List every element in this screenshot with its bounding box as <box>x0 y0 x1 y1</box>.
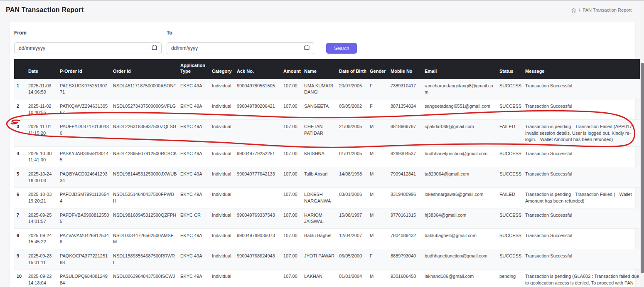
cell-name: LAKHAN <box>304 270 339 287</box>
report-card: From dd/mm/yyyy To dd/mm/yyyy <box>10 22 635 287</box>
cell-p-order-id: PAUFFYDL87470130430 <box>60 120 113 147</box>
cell-gender: M <box>370 146 391 167</box>
col-application-type: Application Type <box>180 59 212 79</box>
cell-order-id: NSDL42895507812500RCBCK <box>113 146 180 167</box>
cell-application-type: EKYC 49A <box>180 270 212 287</box>
cell-ack-no <box>237 120 283 147</box>
col-message: Message <box>525 59 643 79</box>
from-date-input[interactable]: dd/mm/yyyy <box>14 42 162 54</box>
cell-category: Individual <box>212 249 237 269</box>
cell-message: Transaction Successful <box>525 208 643 228</box>
table-row: 10 2025-09-22 14:18:04 PASULOPQ684881249… <box>14 270 643 287</box>
cell-ack-no <box>237 270 283 287</box>
cell-amount: 107.00 <box>283 188 304 208</box>
cell-name: UMA KUMARI DANGI <box>304 79 339 99</box>
cell-category: Individual <box>212 79 237 99</box>
cell-name: LOKESH NARGANWA <box>304 188 339 208</box>
cell-order-id: NSDL98168945312500QZFPH <box>113 208 180 228</box>
cell-mobile: 7909412841 <box>391 167 425 188</box>
cell-dob: 01/01/2004 <box>339 270 370 287</box>
cell-email: ta829064@gmail.com <box>425 167 499 188</box>
cell-category: Individual <box>212 146 237 167</box>
cell-name: CHETAN PATIDAR <box>304 120 339 147</box>
cell-mobile: 7804089432 <box>391 228 425 249</box>
cell-date: 2025-11-01 11:15:20 <box>28 120 60 147</box>
cell-ack-no: 990049779252251 <box>237 146 283 167</box>
cell-category: Individual <box>212 167 237 188</box>
cell-order-id: NSDL22631835937500ZQLSG <box>113 120 180 147</box>
col-ack-no: Ack No. <box>237 59 283 79</box>
search-button[interactable]: Search <box>326 43 357 54</box>
row-number: 7 <box>14 208 28 228</box>
cell-email: budhhanetjunction@gmail.com <box>425 146 499 167</box>
cell-p-order-id: PATKQWVZ29463130567 <box>60 99 113 119</box>
vertical-scrollbar-thumb[interactable] <box>641 63 644 273</box>
cell-email: bablubaghelr@gmail.com <box>425 228 499 249</box>
row-number: 5 <box>14 167 28 188</box>
table-row: 6 2025-10-03 19:20:21 PAFDJDSM7991112654… <box>14 188 643 208</box>
cell-message: Transaction Successful <box>525 228 643 249</box>
cell-application-type: EKYC 49A <box>180 249 212 269</box>
to-field: To dd/mm/yyyy <box>167 30 314 54</box>
cell-name: Talib Ansari <box>304 167 339 188</box>
to-date-input[interactable]: dd/mm/yyyy <box>167 42 314 54</box>
cell-date: 2025-10-30 11:41:00 <box>28 146 60 167</box>
cell-ack-no: 990049769337543 <box>237 208 283 228</box>
breadcrumb-separator: / <box>579 7 580 12</box>
cell-status: SUCCESS <box>499 99 525 119</box>
cell-dob: 12/04/2007 <box>339 228 370 249</box>
cell-amount: 107.00 <box>283 208 304 228</box>
cell-application-type: EKYC 49A <box>180 146 212 167</box>
cell-mobile: 9770161315 <box>391 208 425 228</box>
transactions-table: Date P-Order Id Order Id Application Typ… <box>14 59 643 287</box>
cell-message: Transaction Successful <box>525 79 643 99</box>
table-row: 4 2025-10-30 11:41:00 PASKYJAB3355813014… <box>14 146 643 167</box>
row-number: 9 <box>14 249 28 269</box>
cell-mobile: 8871354824 <box>391 99 425 119</box>
table-header: Date P-Order Id Order Id Application Typ… <box>14 59 643 79</box>
cell-email: budhhanetjunction@gmail.com <box>425 249 499 269</box>
table-row: 1 2025-11-03 14:06:50 PAESXUCK9752513077… <box>14 79 643 99</box>
cell-gender: M <box>370 188 391 208</box>
cell-name: JYOTI PAWAR <box>304 249 339 269</box>
calendar-icon[interactable] <box>152 45 157 52</box>
row-number: 6 <box>14 188 28 208</box>
cell-gender: F <box>370 79 391 99</box>
cell-dob: 20/07/2005 <box>339 79 370 99</box>
calendar-icon[interactable] <box>304 45 310 52</box>
cell-email: lokeshnargawa6@gmail.com <box>425 188 499 208</box>
cell-amount: 107.00 <box>283 249 304 269</box>
col-name: Name <box>304 59 339 79</box>
breadcrumb-current[interactable]: PAN Transaction Report <box>583 7 632 12</box>
cell-mobile: 8319480996 <box>391 188 425 208</box>
cell-message: Transaction Successful <box>525 249 643 269</box>
cell-p-order-id: PAQKQCPA37722125168 <box>60 249 113 269</box>
cell-category: Individual <box>212 208 237 228</box>
breadcrumb: / PAN Transaction Report <box>571 7 632 13</box>
col-p-order-id: P-Order Id <box>60 59 113 79</box>
cell-status: pending <box>499 270 525 287</box>
cell-application-type: EKYC 49A <box>180 79 212 99</box>
cell-status: SUCCESS <box>499 249 525 269</box>
cell-date: 2025-09-23 15:01:11 <box>28 249 60 269</box>
cell-status: SUCCESS <box>499 208 525 228</box>
row-number: 3 <box>14 120 28 147</box>
cell-message: Transaction is pending - Transaction Fai… <box>525 188 643 208</box>
cell-order-id: NSDL80639648437500ISCWJ <box>113 270 180 287</box>
table-body: 1 2025-11-03 14:06:50 PAESXUCK9752513077… <box>14 79 643 287</box>
table-row: 2 2025-11-02 10:40:55 PATKQWVZ2946313056… <box>14 99 643 119</box>
vertical-scrollbar-track[interactable] <box>640 1 644 287</box>
col-gender: Gender <box>370 59 391 79</box>
cell-mobile: 8818969787 <box>391 120 425 147</box>
cell-status: FAILED <box>499 188 525 208</box>
row-number: 8 <box>14 228 28 249</box>
cell-order-id: NSDL98144531250000JXWUB <box>113 167 180 188</box>
cell-message: Transaction is pending (GLA002 : Transac… <box>525 270 643 287</box>
col-date: Date <box>28 59 60 79</box>
page-title: PAN Transaction Report <box>6 6 84 14</box>
cell-name: Bablu Baghel <box>304 228 339 249</box>
col-category: Category <box>212 59 237 79</box>
cell-gender: M <box>370 270 391 287</box>
cell-gender: M <box>370 228 391 249</box>
home-icon[interactable] <box>571 7 576 13</box>
